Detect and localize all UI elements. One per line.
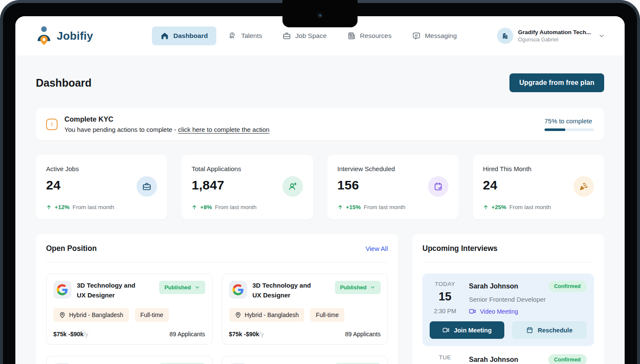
job-title: 3D Technology and UX Designer <box>77 281 146 300</box>
join-meeting-label: Join Meeting <box>454 327 492 334</box>
interview-time: 2:30 PM <box>430 308 460 314</box>
camera-notch <box>282 0 358 27</box>
google-logo-icon <box>229 281 247 299</box>
nav-label: Talents <box>241 32 262 40</box>
candidate-name: Sarah Johnson <box>469 282 518 290</box>
interview-date: TODAY 15 2:30 PM <box>430 281 460 315</box>
interviews-header: Upcoming Interviews <box>422 244 594 253</box>
calendar-check-icon <box>428 176 448 197</box>
job-card-top: 3D Technology and UX Designer Published <box>53 281 205 300</box>
interview-card: TODAY 15 2:30 PM Sarah Johnson Confirmed… <box>422 274 594 346</box>
device-frame: Jobifiy Dashboard Talents <box>0 0 640 364</box>
open-position-header: Open Position View All <box>46 244 388 253</box>
stat-change-percent: +25% <box>492 204 506 210</box>
kyc-message-text: You have pending actions to complete - <box>64 126 178 133</box>
stat-change: +8% From last month <box>192 204 256 210</box>
meeting-mode-link[interactable]: Video Meeting <box>469 308 587 315</box>
employment-type-tag: Full-time <box>135 308 169 322</box>
page-title: Dashboard <box>36 77 92 89</box>
job-status-dropdown[interactable]: Published <box>159 281 205 294</box>
job-applicants: 89 Applicants <box>169 331 205 338</box>
salary-range: $75k -$90k <box>53 331 84 338</box>
job-cards-grid: 3D Technology and UX Designer Published <box>46 274 388 364</box>
nav-item-resources[interactable]: Resources <box>339 26 400 45</box>
interview-day-label: TUE <box>430 354 460 361</box>
brand-logo: Jobifiy <box>35 26 93 46</box>
location-label: Hybrid - Bangladesh <box>245 312 299 318</box>
kyc-progress: 75% to complete <box>544 117 594 131</box>
job-card[interactable]: 3D Technology and UX Designer Published <box>46 356 212 364</box>
arrow-up-icon <box>337 204 343 210</box>
stat-label: Interview Scheduled <box>337 165 448 172</box>
nav-label: Job Space <box>295 32 326 40</box>
interviews-title: Upcoming Interviews <box>422 244 497 253</box>
job-card[interactable]: 3D Technology and UX Designer Published <box>222 356 388 364</box>
interview-day-number: 15 <box>430 290 460 303</box>
person-plus-icon <box>282 176 303 197</box>
profile-company: Gradify Automation Tech... <box>518 29 591 35</box>
video-camera-icon <box>469 308 476 315</box>
building-icon <box>501 32 509 40</box>
reschedule-button[interactable]: Reschedule <box>512 321 587 339</box>
google-logo-icon <box>53 281 71 299</box>
interview-card-body: TUE Sarah Johnson Confirmed <box>430 354 587 364</box>
job-salary: $75k -$90k/y <box>229 331 264 338</box>
avatar <box>497 28 513 44</box>
stat-change-percent: +15% <box>346 204 361 210</box>
arrow-up-icon <box>483 204 489 210</box>
nav-label: Resources <box>360 32 392 40</box>
stat-change: +12% From last month <box>46 204 114 210</box>
open-position-panel: Open Position View All <box>36 234 398 364</box>
job-status-label: Published <box>164 284 191 291</box>
job-card[interactable]: 3D Technology and UX Designer Published <box>46 274 212 345</box>
stat-change-note: From last month <box>73 204 114 210</box>
interview-name-row: Sarah Johnson Confirmed <box>469 354 587 364</box>
stat-card-hired-this-month: Hired This Month 24 <box>473 155 604 219</box>
stat-change: +25% From last month <box>483 204 551 210</box>
briefcase-icon <box>137 176 157 197</box>
view-all-link[interactable]: View All <box>366 245 388 252</box>
job-card-bottom: $75k -$90k/y 89 Applicants <box>229 331 381 338</box>
stat-change-percent: +12% <box>55 204 70 210</box>
status-badge: Confirmed <box>548 354 587 364</box>
stat-change-note: From last month <box>215 204 257 210</box>
chevron-down-icon[interactable] <box>598 32 605 39</box>
nav-item-dashboard[interactable]: Dashboard <box>152 26 216 45</box>
job-card[interactable]: 3D Technology and UX Designer Published <box>222 274 388 345</box>
stat-card-active-jobs: Active Jobs 24 +12% F <box>36 155 167 219</box>
interview-name-row: Sarah Johnson Confirmed <box>469 281 587 292</box>
kyc-complete-link[interactable]: click here to complete the action <box>178 126 269 133</box>
briefcase-icon <box>282 32 291 40</box>
reschedule-label: Reschedule <box>538 327 572 334</box>
stat-change-note: From last month <box>364 204 405 210</box>
arrow-up-icon <box>46 204 52 210</box>
brand-name: Jobifiy <box>57 29 93 43</box>
join-meeting-button[interactable]: Join Meeting <box>430 321 504 339</box>
candidate-name: Sarah Johnson <box>469 356 518 364</box>
interview-card-body: TODAY 15 2:30 PM Sarah Johnson Confirmed… <box>430 281 587 315</box>
profile-menu[interactable]: Gradify Automation Tech... Ogunsua Gabri… <box>497 28 605 44</box>
job-salary: $75k -$90k/y <box>53 331 88 338</box>
kyc-banner: Complete KYC You have pending actions to… <box>36 108 604 140</box>
open-position-title: Open Position <box>46 244 97 253</box>
profile-texts: Gradify Automation Tech... Ogunsua Gabri… <box>518 29 591 43</box>
stat-label: Hired This Month <box>483 165 594 172</box>
nav-item-talents[interactable]: Talents <box>220 26 271 45</box>
stat-label: Total Applications <box>192 165 303 172</box>
meeting-mode-label: Video Meeting <box>480 308 518 315</box>
candidate-role: Senior Frontend Developer <box>469 296 587 303</box>
calendar-icon <box>526 326 533 334</box>
job-status-dropdown[interactable]: Published <box>335 281 381 294</box>
upgrade-plan-button[interactable]: Upgrade from free plan <box>509 73 604 92</box>
kyc-progress-label: 75% to complete <box>544 117 594 125</box>
bottom-panels: Open Position View All <box>36 234 604 364</box>
interview-day-label: TODAY <box>430 281 460 287</box>
salary-range: $75k -$90k <box>229 331 259 338</box>
nav-item-messaging[interactable]: Messaging <box>404 26 465 45</box>
nav-item-job-space[interactable]: Job Space <box>274 26 335 45</box>
profile-user: Ogunsua Gabriel <box>518 37 591 43</box>
main-content: Dashboard Upgrade from free plan Complet… <box>15 73 625 364</box>
job-status-label: Published <box>340 284 367 291</box>
chevron-down-icon <box>195 285 200 290</box>
nav-label: Messaging <box>425 32 457 40</box>
